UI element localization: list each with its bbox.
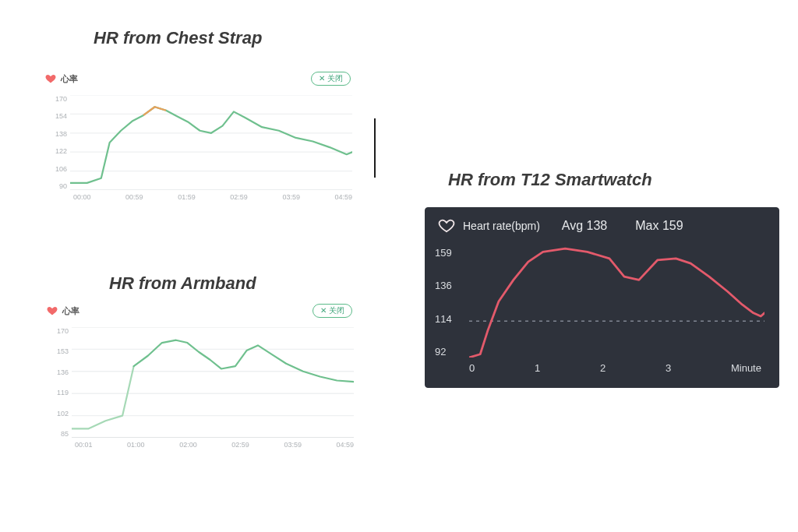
chart-metric-label: 心率 bbox=[62, 305, 79, 317]
y-tick: 106 bbox=[55, 165, 67, 173]
x-tick: 2 bbox=[600, 362, 606, 374]
vertical-divider bbox=[374, 118, 376, 178]
x-tick: 03:59 bbox=[282, 193, 300, 204]
y-tick: 92 bbox=[435, 346, 446, 358]
y-tick: 170 bbox=[57, 327, 69, 335]
chart-plot: 159 136 114 92 0 1 2 3 Minute bbox=[435, 247, 769, 375]
chart-header-left: 心率 bbox=[45, 73, 78, 85]
stats: Avg 138 Max 159 bbox=[562, 219, 683, 233]
x-tick: 03:59 bbox=[284, 441, 302, 452]
y-tick: 170 bbox=[55, 95, 67, 103]
y-axis-ticks: 170 154 138 122 106 90 bbox=[44, 95, 70, 190]
x-tick: 01:00 bbox=[127, 441, 145, 452]
x-axis-ticks: 00:01 01:00 02:00 02:59 03:59 04:59 bbox=[75, 441, 354, 452]
x-tick: 1 bbox=[535, 362, 540, 374]
y-tick: 138 bbox=[55, 130, 67, 138]
chart-header: 心率 ✕ 关闭 bbox=[45, 301, 357, 321]
x-tick: 04:59 bbox=[336, 441, 354, 452]
y-tick: 114 bbox=[435, 313, 452, 325]
heart-icon bbox=[47, 305, 58, 316]
x-tick: 02:59 bbox=[230, 193, 248, 204]
close-icon: ✕ bbox=[320, 307, 327, 315]
chart-header-left: 心率 bbox=[47, 305, 79, 317]
plot-svg-wrap bbox=[70, 95, 352, 190]
heart-icon bbox=[438, 217, 455, 234]
metric-label: Heart rate(bpm) bbox=[463, 220, 540, 232]
x-axis-ticks: 00:00 00:59 01:59 02:59 03:59 04:59 bbox=[73, 193, 352, 204]
x-tick: 3 bbox=[666, 362, 671, 374]
chart-header: 心率 ✕ 关闭 bbox=[44, 69, 355, 89]
y-tick: 119 bbox=[57, 389, 69, 396]
plot-svg bbox=[70, 95, 352, 190]
y-tick: 154 bbox=[55, 112, 67, 120]
y-tick: 153 bbox=[57, 347, 69, 355]
close-label: 关闭 bbox=[327, 73, 343, 84]
chart-plot: 170 153 136 119 102 85 00:01 01:00 02:00 bbox=[45, 327, 357, 452]
x-tick: 0 bbox=[469, 362, 475, 374]
chart-metric-label: 心率 bbox=[61, 73, 78, 85]
y-axis-ticks: 159 136 114 92 bbox=[435, 247, 464, 358]
section-title-armband: HR from Armband bbox=[109, 273, 256, 294]
heart-icon bbox=[45, 73, 56, 84]
section-title-chest: HR from Chest Strap bbox=[94, 28, 262, 48]
plot-svg-wrap bbox=[72, 327, 354, 438]
close-button[interactable]: ✕ 关闭 bbox=[311, 72, 351, 86]
section-title-smartwatch: HR from T12 Smartwatch bbox=[448, 170, 652, 190]
y-tick: 136 bbox=[435, 280, 452, 291]
x-tick: 04:59 bbox=[334, 193, 352, 204]
x-tick: 00:01 bbox=[75, 441, 93, 452]
avg-stat: Avg 138 bbox=[562, 219, 607, 233]
x-axis-unit: Minute bbox=[731, 362, 761, 374]
max-stat: Max 159 bbox=[635, 219, 683, 233]
x-tick: 02:00 bbox=[179, 441, 197, 452]
y-tick: 159 bbox=[435, 247, 452, 259]
close-icon: ✕ bbox=[319, 75, 325, 83]
y-tick: 85 bbox=[61, 430, 69, 438]
y-axis-ticks: 170 153 136 119 102 85 bbox=[45, 327, 72, 438]
y-tick: 122 bbox=[55, 147, 67, 155]
close-button[interactable]: ✕ 关闭 bbox=[312, 304, 352, 318]
chart-plot: 170 154 138 122 106 90 00:00 00:59 01:59 bbox=[44, 95, 355, 204]
chart-card-smartwatch: Heart rate(bpm) Avg 138 Max 159 159 136 … bbox=[425, 207, 779, 388]
y-tick: 102 bbox=[57, 410, 69, 417]
y-tick: 90 bbox=[59, 182, 67, 190]
plot-svg-wrap bbox=[469, 247, 764, 358]
chart-header-dark: Heart rate(bpm) Avg 138 Max 159 bbox=[425, 208, 779, 238]
chart-card-chest: 心率 ✕ 关闭 170 154 138 122 106 90 bbox=[44, 69, 355, 204]
y-tick: 136 bbox=[57, 368, 69, 376]
x-tick: 01:59 bbox=[178, 193, 196, 204]
x-tick: 02:59 bbox=[231, 441, 249, 452]
x-axis-ticks: 0 1 2 3 Minute bbox=[469, 361, 761, 375]
x-tick: 00:59 bbox=[125, 193, 143, 204]
close-label: 关闭 bbox=[329, 305, 344, 316]
plot-svg bbox=[72, 327, 354, 438]
chart-card-armband: 心率 ✕ 关闭 170 153 136 119 102 85 bbox=[45, 301, 357, 452]
x-tick: 00:00 bbox=[73, 193, 91, 204]
plot-svg bbox=[469, 247, 764, 358]
